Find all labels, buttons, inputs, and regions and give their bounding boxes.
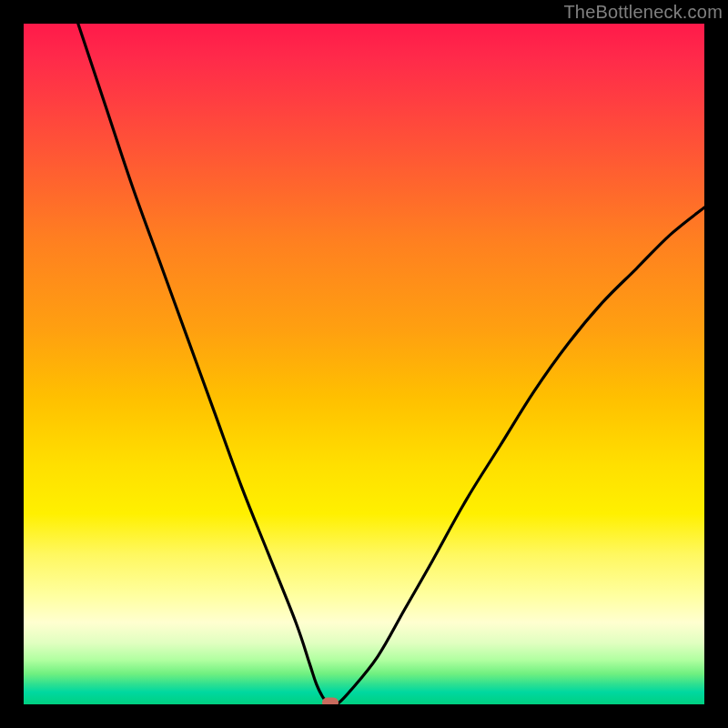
optimal-point-marker — [322, 697, 339, 704]
plot-area — [24, 24, 704, 704]
bottleneck-curve — [78, 24, 704, 704]
curve-layer — [24, 24, 704, 704]
watermark-text: TheBottleneck.com — [563, 2, 723, 23]
chart-container: TheBottleneck.com — [0, 0, 728, 728]
